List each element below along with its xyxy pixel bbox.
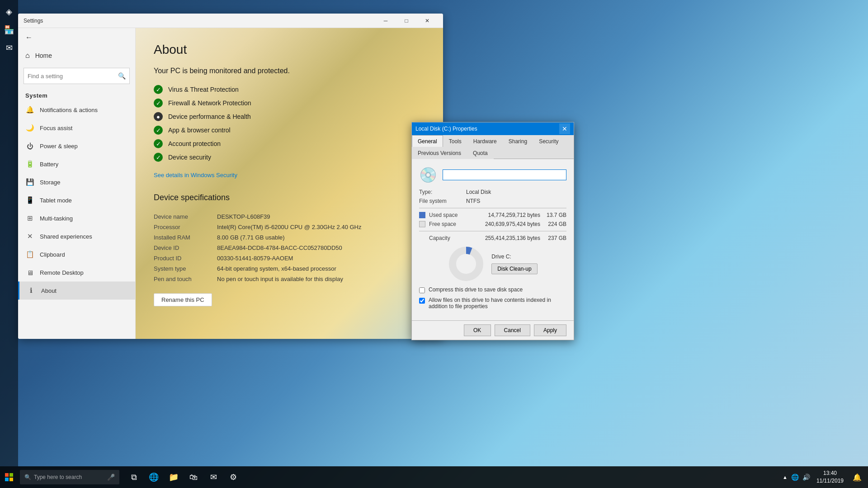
tab-hardware[interactable]: Hardware	[467, 135, 503, 147]
spec-value-processor: Intel(R) Core(TM) i5-6200U CPU @ 2.30GHz…	[217, 222, 425, 232]
dialog-close-button[interactable]: ✕	[559, 123, 570, 134]
home-icon: ⌂	[25, 52, 30, 60]
tab-security[interactable]: Security	[533, 135, 564, 147]
spec-label-ram: Installed RAM	[154, 232, 217, 243]
compress-checkbox-row: Compress this drive to save disk space	[419, 286, 566, 293]
tray-up-arrow-icon[interactable]: ▲	[783, 474, 788, 480]
see-details-link[interactable]: See details in Windows Security	[154, 172, 237, 178]
filesystem-label: File system	[419, 198, 455, 204]
free-space-color	[419, 221, 425, 227]
tab-quota[interactable]: Quota	[467, 147, 494, 159]
device-security-label: Device security	[168, 154, 211, 161]
ok-button[interactable]: OK	[464, 324, 491, 336]
storage-label: Storage	[40, 179, 61, 186]
security-header: Your PC is being monitored and protected…	[154, 66, 326, 76]
spec-label-device-name: Device name	[154, 211, 217, 222]
index-label: Allow files on this drive to have conten…	[429, 297, 566, 310]
search-wrapper[interactable]: 🔍	[24, 68, 130, 84]
start-button[interactable]	[0, 468, 18, 486]
apply-button[interactable]: Apply	[534, 324, 566, 336]
app-switch-edge[interactable]: ◈	[1, 4, 17, 20]
account-label: Account protection	[168, 140, 221, 147]
index-checkbox[interactable]	[419, 298, 425, 304]
sidebar-item-shared[interactable]: ✕ Shared experiences	[18, 227, 135, 245]
mail-icon[interactable]: ✉	[204, 468, 222, 486]
minimize-button[interactable]: ─	[375, 14, 396, 28]
tab-general[interactable]: General	[412, 135, 443, 147]
maximize-button[interactable]: □	[396, 14, 417, 28]
capacity-label: Capacity	[429, 235, 481, 241]
network-icon[interactable]: 🌐	[791, 474, 799, 481]
free-space-row: Free space 240,639,975,424 bytes 224 GB	[419, 221, 566, 227]
tablet-icon: 📱	[25, 196, 34, 205]
volume-icon[interactable]: 🔊	[802, 474, 810, 481]
app-switch-store[interactable]: 🏪	[1, 22, 17, 38]
firewall-status-dot: ✓	[154, 99, 163, 108]
disk-cleanup-button[interactable]: Disk Clean-up	[491, 263, 537, 274]
capacity-gb: 237 GB	[544, 235, 566, 241]
focus-icon: 🌙	[25, 123, 34, 132]
sidebar-item-tablet[interactable]: 📱 Tablet mode	[18, 191, 135, 209]
spec-label-processor: Processor	[154, 222, 217, 232]
used-space-label: Used space	[429, 212, 485, 218]
edge-icon[interactable]: 🌐	[145, 468, 163, 486]
virus-status-dot: ✓	[154, 85, 163, 94]
store-icon[interactable]: 🛍	[184, 468, 203, 486]
sidebar-item-power[interactable]: ⏻ Power & sleep	[18, 137, 135, 155]
spec-row-device-name: Device name DESKTOP-L608F39	[154, 211, 425, 222]
shared-icon: ✕	[25, 232, 34, 241]
notification-icon[interactable]: 🔔	[850, 473, 864, 482]
taskbar-search-box[interactable]: 🔍 Type here to search 🎤	[20, 470, 119, 484]
sidebar-item-storage[interactable]: 💾 Storage	[18, 173, 135, 191]
app-browser-status-dot: ✓	[154, 126, 163, 135]
shared-label: Shared experiences	[40, 233, 92, 240]
search-input[interactable]	[28, 73, 118, 80]
tab-sharing[interactable]: Sharing	[503, 135, 533, 147]
account-status-dot: ✓	[154, 139, 163, 148]
sidebar-item-clipboard[interactable]: 📋 Clipboard	[18, 245, 135, 263]
app-switch-mail[interactable]: ✉	[1, 40, 17, 56]
sidebar-item-notifications[interactable]: 🔔 Notifications & actions	[18, 101, 135, 119]
type-label: Type:	[419, 189, 455, 195]
spec-value-pen-touch: No pen or touch input is available for t…	[217, 274, 425, 284]
spec-label-pen-touch: Pen and touch	[154, 274, 217, 284]
sidebar-item-remote[interactable]: 🖥 Remote Desktop	[18, 263, 135, 282]
sidebar: ← ⌂ Home 🔍 System 🔔 Notifications & acti…	[18, 28, 136, 339]
spec-value-system-type: 64-bit operating system, x64-based proce…	[217, 263, 425, 274]
security-item-firewall: ✓ Firewall & Network Protection	[154, 99, 425, 108]
spec-row-processor: Processor Intel(R) Core(TM) i5-6200U CPU…	[154, 222, 425, 232]
sidebar-item-focus[interactable]: 🌙 Focus assist	[18, 119, 135, 137]
dialog-tabs: General Tools Hardware Sharing Security …	[412, 135, 574, 159]
svg-rect-2	[5, 473, 9, 477]
rename-pc-button[interactable]: Rename this PC	[154, 293, 212, 306]
sidebar-item-about[interactable]: ℹ About	[18, 282, 135, 300]
drive-label: Drive C:	[491, 253, 511, 260]
taskbar-search-placeholder: Type here to search	[34, 474, 82, 480]
security-item-app-browser: ✓ App & browser control	[154, 126, 425, 135]
spec-row-product-id: Product ID 00330-51441-80579-AAOEM	[154, 253, 425, 263]
disk-name-input[interactable]	[443, 169, 566, 180]
spec-row-device-id: Device ID 8EAEA984-DCD8-4784-BACC-CC0527…	[154, 243, 425, 253]
cancel-button[interactable]: Cancel	[495, 324, 530, 336]
file-explorer-icon[interactable]: 📁	[165, 468, 183, 486]
tray-clock[interactable]: 13:40 11/11/2019	[813, 469, 847, 485]
tab-previous-versions[interactable]: Previous Versions	[412, 147, 467, 159]
settings-taskbar-icon[interactable]: ⚙	[224, 468, 242, 486]
spec-label-device-id: Device ID	[154, 243, 217, 253]
security-item-device-security: ✓ Device security	[154, 153, 425, 162]
disk-chart-row: Drive C: Disk Clean-up	[419, 246, 566, 282]
multitasking-label: Multi-tasking	[40, 215, 73, 222]
back-button[interactable]: ←	[18, 28, 135, 47]
sidebar-home[interactable]: ⌂ Home	[18, 47, 135, 64]
close-button[interactable]: ✕	[417, 14, 438, 28]
about-icon: ℹ	[27, 286, 36, 295]
sidebar-item-multitasking[interactable]: ⊞ Multi-tasking	[18, 209, 135, 227]
task-view-button[interactable]: ⧉	[125, 468, 143, 486]
spec-value-ram: 8.00 GB (7.71 GB usable)	[217, 232, 425, 243]
battery-label: Battery	[40, 161, 58, 168]
settings-titlebar: Settings ─ □ ✕	[18, 14, 443, 28]
compress-checkbox[interactable]	[419, 287, 425, 293]
sidebar-item-battery[interactable]: 🔋 Battery	[18, 155, 135, 173]
taskbar-pinned-icons: ⧉ 🌐 📁 🛍 ✉ ⚙	[125, 468, 242, 486]
tab-tools[interactable]: Tools	[443, 135, 467, 147]
